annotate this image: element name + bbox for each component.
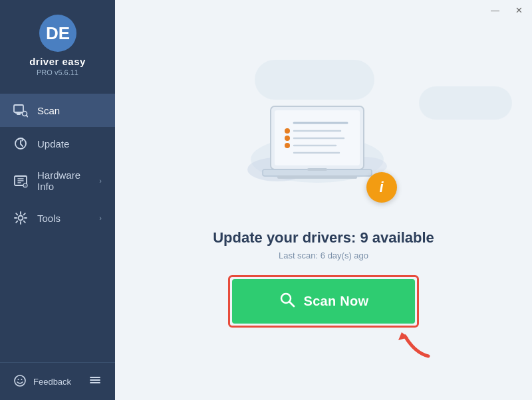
scan-now-label: Scan Now: [304, 294, 369, 309]
svg-line-38: [289, 302, 294, 307]
svg-point-15: [15, 375, 25, 386]
app-version: PRO v5.6.11: [37, 68, 78, 76]
sidebar-item-update[interactable]: Update: [0, 127, 115, 160]
feedback-button[interactable]: Feedback: [13, 374, 71, 389]
list-icon[interactable]: [88, 373, 102, 389]
svg-rect-36: [307, 168, 327, 171]
bg-decoration-1: [255, 60, 374, 100]
sidebar-item-hardware-info[interactable]: i Hardware Info ›: [0, 160, 115, 201]
tools-icon: [13, 211, 28, 225]
scan-search-icon: [279, 291, 296, 312]
sidebar-item-tools[interactable]: Tools ›: [0, 201, 115, 235]
app-name: driver easy: [29, 56, 86, 67]
svg-line-6: [27, 116, 28, 117]
sidebar-bottom: Feedback: [0, 362, 115, 400]
title-bar: — ✕: [113, 0, 532, 20]
svg-point-33: [285, 143, 290, 148]
sidebar-item-update-label: Update: [37, 138, 69, 150]
illustration: i: [237, 96, 410, 216]
scan-now-wrapper: Scan Now: [232, 279, 416, 324]
svg-point-32: [285, 136, 290, 141]
svg-text:DE: DE: [45, 23, 69, 43]
close-button[interactable]: ✕: [511, 4, 527, 17]
sidebar-item-hardware-info-label: Hardware Info: [37, 169, 90, 192]
sidebar-item-tools-label: Tools: [37, 213, 61, 224]
svg-rect-35: [277, 175, 357, 179]
info-badge-icon: i: [366, 172, 397, 203]
sidebar-item-scan[interactable]: Scan: [0, 94, 115, 127]
sidebar-item-scan-label: Scan: [37, 105, 60, 116]
feedback-icon: [13, 374, 27, 389]
feedback-label: Feedback: [33, 377, 71, 387]
app-logo-icon: DE: [39, 15, 76, 52]
last-scan-text: Last scan: 6 day(s) ago: [279, 250, 368, 260]
hardware-info-chevron-icon: ›: [99, 177, 102, 185]
svg-point-16: [18, 379, 19, 380]
arrow-indicator: [395, 323, 435, 362]
svg-rect-3: [15, 112, 22, 114]
scan-now-button[interactable]: Scan Now: [232, 279, 416, 324]
svg-point-31: [285, 128, 290, 134]
sidebar-logo: DE driver easy PRO v5.6.11: [0, 0, 115, 88]
svg-rect-4: [17, 114, 21, 115]
svg-point-17: [21, 379, 23, 380]
main-title: Update your drivers: 9 available: [213, 229, 434, 247]
scan-icon: [13, 103, 28, 118]
sidebar: DE driver easy PRO v5.6.11 Scan: [0, 0, 115, 400]
update-icon: [13, 136, 28, 151]
minimize-button[interactable]: —: [487, 4, 503, 17]
bg-decoration-2: [419, 86, 512, 120]
tools-chevron-icon: ›: [99, 214, 102, 222]
main-content: i Update your drivers: 9 available Last …: [115, 0, 532, 400]
svg-rect-2: [14, 105, 23, 112]
sidebar-nav: Scan Update: [0, 94, 115, 362]
hardware-info-icon: i: [13, 173, 28, 188]
svg-point-14: [19, 216, 23, 221]
